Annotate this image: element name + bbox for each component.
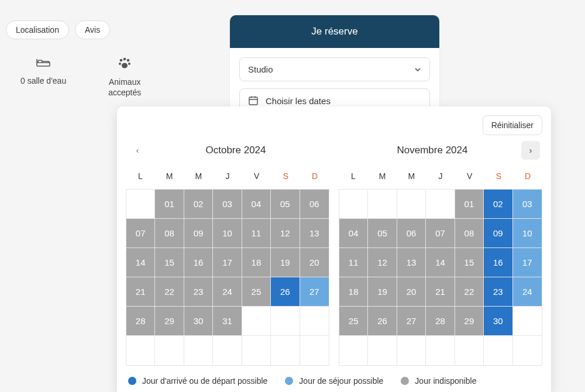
svg-point-5: [122, 63, 128, 68]
month-title-0: Octobre 2024: [147, 145, 325, 156]
calendar-popup: Réinitialiser ‹ Octobre 2024 Novembre 20…: [117, 106, 551, 392]
dow-label: D: [300, 167, 329, 185]
day-cell: 03: [213, 190, 242, 219]
day-cell: 01: [455, 190, 484, 219]
prev-month-button[interactable]: ‹: [128, 141, 147, 160]
day-cell: 14: [426, 248, 455, 277]
day-cell: 06: [300, 190, 329, 219]
day-cell[interactable]: 03: [513, 190, 542, 219]
day-cell: 19: [271, 248, 300, 277]
day-cell: 15: [455, 248, 484, 277]
day-empty: [242, 336, 271, 365]
dow-label: S: [271, 167, 301, 185]
dow-label: M: [397, 167, 426, 185]
day-cell: 07: [426, 219, 455, 248]
day-cell: 14: [126, 248, 155, 277]
tab-localisation[interactable]: Localisation: [6, 20, 69, 39]
next-month-button[interactable]: ›: [521, 141, 540, 160]
dow-label: M: [155, 167, 184, 185]
legend-arrival: Jour d'arrivé ou de départ possible: [128, 376, 267, 386]
day-cell[interactable]: 02: [484, 190, 512, 219]
day-cell: 15: [155, 248, 184, 277]
day-empty: [513, 336, 542, 365]
calendar-icon: [248, 95, 259, 106]
day-empty: [300, 336, 329, 365]
day-cell: 08: [155, 219, 184, 248]
day-cell: 24: [213, 277, 242, 307]
feature-pets-label: Animaux acceptés: [95, 77, 154, 98]
booking-title: Je réserve: [230, 15, 439, 48]
unit-select[interactable]: Studio: [239, 57, 430, 81]
day-cell[interactable]: 16: [484, 248, 512, 277]
month-title-1: Novembre 2024: [343, 145, 521, 156]
day-cell: 25: [242, 277, 271, 307]
dow-label: M: [368, 167, 397, 185]
day-cell: 30: [184, 307, 213, 336]
day-empty: [368, 190, 397, 219]
day-cell: 11: [339, 248, 368, 277]
choose-dates-label: Choisir les dates: [266, 96, 331, 106]
day-cell: 18: [242, 248, 271, 277]
day-cell: 17: [213, 248, 242, 277]
svg-point-2: [127, 59, 130, 62]
day-cell: 28: [126, 307, 155, 336]
dow-label: J: [213, 167, 242, 185]
day-cell: 21: [126, 277, 155, 307]
day-cell[interactable]: 10: [513, 219, 542, 248]
day-cell: 11: [242, 219, 271, 248]
dow-label: J: [426, 167, 455, 185]
tab-avis[interactable]: Avis: [75, 20, 110, 39]
day-cell: 18: [339, 277, 368, 307]
day-cell: 22: [455, 277, 484, 307]
day-cell[interactable]: 24: [513, 277, 542, 307]
day-cell: 05: [368, 219, 397, 248]
day-cell[interactable]: 26: [271, 277, 300, 307]
day-empty: [242, 307, 271, 336]
day-cell: 28: [426, 307, 455, 336]
day-cell: 12: [271, 219, 300, 248]
day-cell: 13: [397, 248, 426, 277]
dow-label: L: [126, 167, 155, 185]
day-empty: [397, 190, 426, 219]
day-empty: [339, 190, 368, 219]
day-cell: 02: [184, 190, 213, 219]
day-cell: 04: [242, 190, 271, 219]
day-cell: 25: [339, 307, 368, 336]
calendar-month-0: LMMJVSD010203040506070809101112131415161…: [126, 167, 329, 366]
svg-point-3: [119, 63, 121, 65]
day-cell: 04: [339, 219, 368, 248]
feature-bathroom: 0 salle d'eau: [20, 57, 66, 98]
legend-dot-stay: [285, 377, 293, 385]
svg-point-4: [128, 63, 130, 65]
day-cell: 08: [455, 219, 484, 248]
day-cell: 23: [184, 277, 213, 307]
day-cell: 22: [155, 277, 184, 307]
dow-label: D: [513, 167, 542, 185]
day-empty: [368, 336, 397, 365]
day-empty: [126, 190, 155, 219]
legend-unavailable: Jour indisponible: [401, 376, 476, 386]
day-cell[interactable]: 17: [513, 248, 542, 277]
day-empty: [213, 336, 242, 365]
day-cell[interactable]: 30: [484, 307, 512, 336]
day-empty: [484, 336, 512, 365]
day-cell[interactable]: 09: [484, 219, 512, 248]
day-empty: [184, 336, 213, 365]
dow-label: M: [184, 167, 213, 185]
day-empty: [455, 336, 484, 365]
day-cell[interactable]: 27: [300, 277, 329, 307]
reset-button[interactable]: Réinitialiser: [483, 115, 542, 135]
day-cell: 09: [184, 219, 213, 248]
legend-dot-unavailable: [401, 377, 409, 385]
feature-pets: Animaux acceptés: [95, 57, 154, 98]
day-cell: 29: [155, 307, 184, 336]
day-empty: [155, 336, 184, 365]
day-cell: 20: [397, 277, 426, 307]
day-cell: 31: [213, 307, 242, 336]
day-cell: 10: [213, 219, 242, 248]
day-cell: 13: [300, 219, 329, 248]
dow-label: V: [455, 167, 484, 185]
day-cell[interactable]: 23: [484, 277, 512, 307]
day-cell: 19: [368, 277, 397, 307]
legend-stay: Jour de séjour possible: [285, 376, 383, 386]
